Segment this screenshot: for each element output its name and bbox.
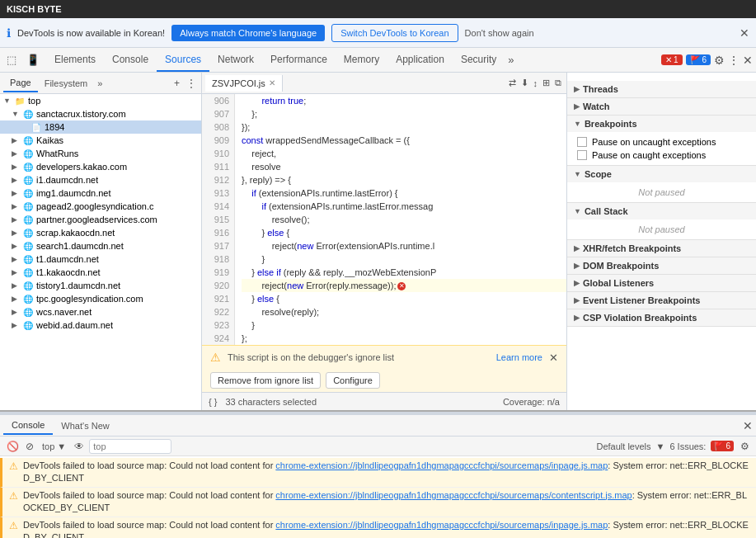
match-language-button[interactable]: Always match Chrome's language <box>171 25 325 41</box>
debug-section-breakpoints-header[interactable]: ▼ Breakpoints <box>567 116 756 132</box>
debug-section-callstack-header[interactable]: ▼ Call Stack <box>567 203 756 219</box>
tree-item-webid[interactable]: ▶ 🌐 webid.ad.daum.net <box>0 319 201 332</box>
tab-console[interactable]: Console <box>104 49 157 72</box>
debug-section-xhr: ▶ XHR/fetch Breakpoints <box>567 240 756 257</box>
sort-button[interactable]: ↕ <box>532 76 540 90</box>
devtools-close-button[interactable]: ✕ <box>743 54 753 67</box>
debug-section-scope-header[interactable]: ▼ Scope <box>567 166 756 182</box>
settings-button[interactable]: ⚙ <box>714 54 725 67</box>
debug-section-global-header[interactable]: ▶ Global Listeners <box>567 275 756 291</box>
domain-icon-whatruns: 🌐 <box>23 149 33 158</box>
console-close-icon[interactable]: ✕ <box>743 419 753 432</box>
console-link-2[interactable]: chrome-extension://jblndlipeogpafn1dhgma… <box>275 490 632 500</box>
pause-uncaught-item[interactable]: Pause on uncaught exceptions <box>574 135 749 149</box>
pause-caught-item[interactable]: Pause on caught exceptions <box>574 149 749 162</box>
scope-not-paused: Not paused <box>567 182 756 202</box>
tab-page[interactable]: Page <box>3 74 38 92</box>
domain-icon-t1daum: 🌐 <box>23 255 33 264</box>
pause-caught-checkbox[interactable] <box>577 150 587 160</box>
debug-section-watch-header[interactable]: ▶ Watch <box>567 98 756 115</box>
console-gear-button[interactable]: ⚙ <box>739 439 751 454</box>
sync-button[interactable]: ⇄ <box>507 76 518 90</box>
tree-item-scrap[interactable]: ▶ 🌐 scrap.kakaocdn.net <box>0 226 201 239</box>
debug-section-dom-header[interactable]: ▶ DOM Breakpoints <box>567 257 756 274</box>
tab-application[interactable]: Application <box>387 49 453 72</box>
tree-item-1894[interactable]: 📄 1894 <box>0 120 201 134</box>
panel-add-button[interactable]: + <box>172 76 181 91</box>
console-msg-text-3: DevTools failed to load source map: Coul… <box>23 519 749 538</box>
tree-item-sanctacrux[interactable]: ▼ 🌐 sanctacrux.tistory.com <box>0 107 201 120</box>
levels-dropdown[interactable]: ▼ <box>656 441 665 451</box>
line-num-918: 918 <box>207 252 229 266</box>
code-line-916: } else { <box>242 226 566 239</box>
console-link-1[interactable]: chrome-extension://jblndlipeogpafn1dhgma… <box>275 460 608 470</box>
more-tabs-button[interactable]: » <box>505 52 517 68</box>
content-area: Page Filesystem » + ⋮ ▼ 📁 top ▼ 🌐 sancta… <box>0 73 756 410</box>
tab-memory[interactable]: Memory <box>336 49 387 72</box>
console-filter-input[interactable] <box>89 439 171 454</box>
console-tab-console[interactable]: Console <box>3 417 53 435</box>
remove-from-ignore-button[interactable]: Remove from ignore list <box>210 372 321 389</box>
file-tab-active[interactable]: ZSVJPCOI.js ✕ <box>205 75 283 92</box>
main-tabs: ⬚ 📱 Elements Console Sources Network Per… <box>0 48 756 73</box>
panel-more-button[interactable]: ⋮ <box>185 76 198 91</box>
tree-item-tistory1[interactable]: ▶ 🌐 tistory1.daumcdn.net <box>0 279 201 292</box>
debug-section-xhr-header[interactable]: ▶ XHR/fetch Breakpoints <box>567 240 756 257</box>
watch-label: Watch <box>583 101 610 111</box>
debug-section-scope: ▼ Scope Not paused <box>567 166 756 203</box>
more-options-button[interactable]: ⋮ <box>728 54 740 67</box>
console-link-3[interactable]: chrome-extension://jblndlipeogpafn1dhgma… <box>275 520 608 530</box>
tree-item-tpc[interactable]: ▶ 🌐 tpc.googlesyndication.com <box>0 292 201 305</box>
collapse-down-button[interactable]: ⬇ <box>519 76 530 90</box>
configure-button[interactable]: Configure <box>326 372 380 389</box>
expand-button[interactable]: ⊞ <box>541 76 552 90</box>
tree-item-t1daum[interactable]: ▶ 🌐 t1.daumcdn.net <box>0 252 201 266</box>
info-bar-close-icon[interactable]: ✕ <box>740 26 749 40</box>
eye-button[interactable]: 👁 <box>73 439 86 454</box>
issues-count-label: 6 Issues: <box>669 441 706 451</box>
clear-console-button[interactable]: 🚫 <box>5 439 21 454</box>
tree-item-search1[interactable]: ▶ 🌐 search1.daumcdn.net <box>0 239 201 252</box>
tree-item-img1daum[interactable]: ▶ 🌐 img1.daumcdn.net <box>0 186 201 200</box>
tab-icon-mobile[interactable]: 📱 <box>23 52 43 68</box>
tree-item-kakao[interactable]: ▶ 🌐 developers.kakao.com <box>0 160 201 173</box>
tree-item-kaikas[interactable]: ▶ 🌐 Kaikas <box>0 134 201 147</box>
tab-network[interactable]: Network <box>209 49 262 72</box>
learn-more-link[interactable]: Learn more <box>496 352 542 362</box>
tab-security[interactable]: Security <box>453 49 505 72</box>
tree-label-t1daum: t1.daumcdn.net <box>36 254 99 264</box>
filter-button[interactable]: ⊘ <box>24 439 35 454</box>
code-line-914: if (extensionAPIs.runtime.lastError.mess… <box>242 200 566 213</box>
dont-show-link[interactable]: Don't show again <box>465 28 534 38</box>
domain-icon-scrap: 🌐 <box>23 229 33 238</box>
tab-icon-inspect[interactable]: ⬚ <box>3 52 20 68</box>
debug-section-csp-header[interactable]: ▶ CSP Violation Breakpoints <box>567 309 756 326</box>
tree-item-i1daum[interactable]: ▶ 🌐 i1.daumcdn.net <box>0 173 201 186</box>
debug-section-threads-header[interactable]: ▶ Threads <box>567 81 756 97</box>
context-selector[interactable]: top ▼ <box>39 440 69 453</box>
panel-actions: + ⋮ <box>172 76 198 91</box>
line-num-916: 916 <box>207 226 229 239</box>
tree-item-whatruns[interactable]: ▶ 🌐 WhatRuns <box>0 147 201 160</box>
tab-sources[interactable]: Sources <box>157 49 209 72</box>
info-badge: 🚩 6 <box>686 54 711 65</box>
console-tab-whatsnew[interactable]: What's New <box>53 418 117 434</box>
dom-label: DOM Breakpoints <box>583 261 659 271</box>
file-tab-close-icon[interactable]: ✕ <box>269 78 275 87</box>
tree-item-top[interactable]: ▼ 📁 top <box>0 94 201 107</box>
code-area[interactable]: 906 907 908 909 910 911 912 913 914 915 … <box>202 94 566 345</box>
panel-tabs-more[interactable]: » <box>97 78 102 88</box>
tree-item-pagead2[interactable]: ▶ 🌐 pagead2.googlesyndication.c <box>0 200 201 213</box>
tree-item-wcs[interactable]: ▶ 🌐 wcs.naver.net <box>0 305 201 319</box>
side-by-side-button[interactable]: ⧉ <box>553 76 563 90</box>
tab-elements[interactable]: Elements <box>46 49 104 72</box>
pause-uncaught-checkbox[interactable] <box>577 137 587 147</box>
debug-section-event-header[interactable]: ▶ Event Listener Breakpoints <box>567 292 756 309</box>
warning-close-icon[interactable]: ✕ <box>549 352 558 364</box>
tab-performance[interactable]: Performance <box>262 49 336 72</box>
switch-devtools-button[interactable]: Switch DevTools to Korean <box>331 24 458 42</box>
tree-item-partner[interactable]: ▶ 🌐 partner.googleadservices.com <box>0 213 201 226</box>
tab-filesystem[interactable]: Filesystem <box>38 75 95 92</box>
tree-item-t1kakao[interactable]: ▶ 🌐 t1.kakaocdn.net <box>0 266 201 279</box>
warning-icon-2: ⚠ <box>9 490 18 502</box>
